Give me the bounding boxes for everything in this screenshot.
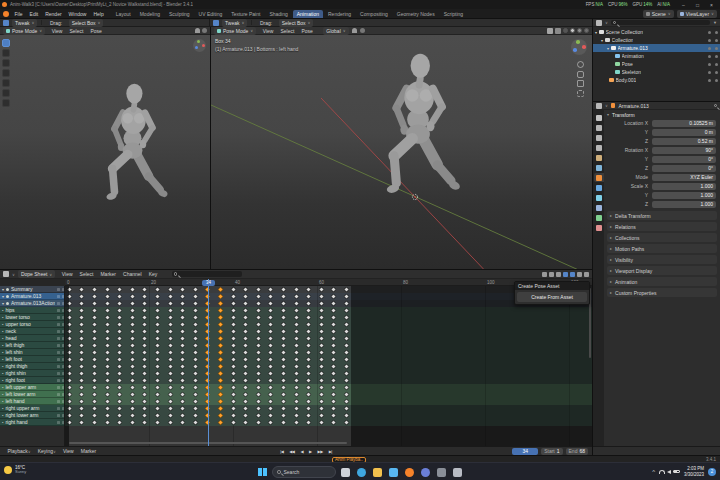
dope-menu-channel[interactable]: Channel	[120, 271, 146, 277]
properties-tab-object-data[interactable]	[594, 213, 604, 222]
section-collections[interactable]: ▸Collections	[607, 233, 717, 242]
store-icon[interactable]	[387, 466, 400, 479]
toggle-perspective-icon[interactable]	[577, 90, 584, 97]
only-selected-icon[interactable]	[542, 272, 547, 277]
keyframe-area[interactable]	[65, 286, 592, 446]
channel-mute-icon[interactable]	[57, 372, 60, 375]
viewport-menu-view[interactable]: View	[259, 28, 277, 34]
tab-modeling[interactable]: Modeling	[136, 10, 164, 18]
frame-start-field[interactable]: Start 1	[541, 448, 562, 455]
outliner-editor-icon[interactable]	[596, 20, 602, 26]
tool-scale[interactable]	[2, 79, 10, 87]
prev-frame-button[interactable]: ◀	[299, 448, 305, 455]
properties-tab-world[interactable]	[594, 163, 604, 172]
disable-in-renders-icon[interactable]	[715, 63, 718, 66]
channel-mute-icon[interactable]	[57, 400, 60, 403]
dope-sheet-mode-selector[interactable]: Dope Sheet∨	[18, 270, 55, 278]
channel-mute-icon[interactable]	[57, 309, 60, 312]
properties-tab-render[interactable]	[594, 123, 604, 132]
properties-tab-view-layer[interactable]	[594, 143, 604, 152]
property-value[interactable]: 0°	[652, 156, 716, 163]
drag-tool-selector[interactable]: Select Box∨	[279, 19, 314, 27]
playback-menu-keying[interactable]: Keying∨	[34, 448, 59, 454]
shading-solid-icon[interactable]	[570, 28, 575, 33]
copy-icon[interactable]	[577, 272, 582, 277]
dope-sheet-editor-icon[interactable]	[3, 271, 9, 277]
channel-mute-icon[interactable]	[57, 337, 60, 340]
tab-texture-paint[interactable]: Texture Paint	[227, 10, 264, 18]
properties-tab-modifiers[interactable]	[594, 183, 604, 192]
playhead[interactable]	[208, 279, 209, 446]
dope-menu-select[interactable]: Select	[76, 271, 97, 277]
start-button[interactable]	[256, 466, 269, 479]
menu-render[interactable]: Render	[42, 11, 65, 17]
properties-tab-material[interactable]	[594, 223, 604, 232]
channel-upper-torso[interactable]: •upper torso	[0, 321, 65, 328]
frame-ruler[interactable]: 020406080100120	[65, 279, 592, 286]
frame-end-field[interactable]: End 68	[566, 448, 588, 455]
channel-left-foot[interactable]: •left foot	[0, 356, 65, 363]
channel-right-hand[interactable]: •right hand	[0, 419, 65, 426]
tab-rendering[interactable]: Rendering	[324, 10, 355, 18]
tab-uv-editing[interactable]: UV Editing	[195, 10, 227, 18]
viewport-left-canvas[interactable]	[0, 35, 210, 269]
snap-icon[interactable]	[563, 272, 568, 277]
properties-tab-constraints[interactable]	[594, 203, 604, 212]
outliner-search[interactable]	[611, 20, 710, 26]
menu-help[interactable]: Help	[90, 11, 107, 17]
network-volume-battery[interactable]	[659, 470, 680, 474]
disable-in-renders-icon[interactable]	[715, 71, 718, 74]
channel-armature-013[interactable]: ▾Armature.013	[0, 293, 65, 300]
tool-cursor[interactable]	[2, 49, 10, 57]
channel-mute-icon[interactable]	[57, 365, 60, 368]
filter-funnel-icon[interactable]	[556, 272, 561, 277]
viewport-menu-pose[interactable]: Pose	[298, 28, 316, 34]
channel-mute-icon[interactable]	[57, 295, 60, 298]
channel-mute-icon[interactable]	[57, 421, 60, 424]
filter-icon[interactable]: ▼	[713, 20, 717, 25]
file-explorer-icon[interactable]	[371, 466, 384, 479]
channel-left-lower-arm[interactable]: •left lower arm	[0, 391, 65, 398]
hide-in-viewport-icon[interactable]	[708, 31, 711, 34]
create-from-asset-button[interactable]: Create From Asset	[517, 292, 587, 302]
hide-in-viewport-icon[interactable]	[708, 47, 711, 50]
hide-in-viewport-icon[interactable]	[708, 39, 711, 42]
snap-magnet-icon[interactable]	[352, 28, 357, 33]
channel-left-shin[interactable]: •left shin	[0, 349, 65, 356]
menu-edit[interactable]: Edit	[26, 11, 42, 17]
channel-neck[interactable]: •neck	[0, 328, 65, 335]
blender-icon[interactable]	[403, 466, 416, 479]
tab-shading[interactable]: Shading	[265, 10, 291, 18]
zoom-icon[interactable]	[577, 61, 584, 68]
outliner-item-scene-collection[interactable]: ▾Scene Collection	[593, 28, 720, 36]
property-value[interactable]: XYZ Euler	[652, 174, 716, 181]
transform-panel-header[interactable]: ▾ Transform	[604, 110, 720, 119]
channel-mute-icon[interactable]	[57, 379, 60, 382]
weather-widget[interactable]: 16°C Sunny	[4, 465, 26, 475]
edge-icon[interactable]	[355, 466, 368, 479]
channel-mute-icon[interactable]	[57, 316, 60, 319]
outliner-item-skeleton[interactable]: Skeleton	[593, 68, 720, 76]
proportional-icon[interactable]	[570, 272, 575, 277]
overlays-icon[interactable]	[547, 28, 553, 34]
tray-overflow-chevron[interactable]: ^	[652, 469, 655, 475]
tool-move[interactable]	[2, 59, 10, 67]
hide-in-viewport-icon[interactable]	[708, 79, 711, 82]
proportional-edit-icon[interactable]	[360, 28, 365, 33]
channel-right-lower-arm[interactable]: •right lower arm	[0, 412, 65, 419]
viewport-menu-select[interactable]: Select	[66, 28, 87, 34]
tab-geometry-nodes[interactable]: Geometry Nodes	[393, 10, 439, 18]
disable-in-renders-icon[interactable]	[715, 47, 718, 50]
section-animation[interactable]: ▸Animation	[607, 277, 717, 286]
transform-orientation-selector[interactable]: Global∨	[323, 27, 348, 35]
viewport-menu-select[interactable]: Select	[277, 28, 298, 34]
minimize-button[interactable]: –	[677, 0, 690, 9]
channel-mute-icon[interactable]	[57, 386, 60, 389]
property-value[interactable]: 0.52 m	[652, 138, 716, 145]
discord-icon[interactable]	[419, 466, 432, 479]
channel-head[interactable]: •head	[0, 335, 65, 342]
close-button[interactable]: ×	[705, 0, 718, 9]
channel-summary[interactable]: ▾Summary	[0, 286, 65, 293]
dope-menu-marker[interactable]: Marker	[97, 271, 120, 277]
outliner-item-pose[interactable]: Pose	[593, 60, 720, 68]
